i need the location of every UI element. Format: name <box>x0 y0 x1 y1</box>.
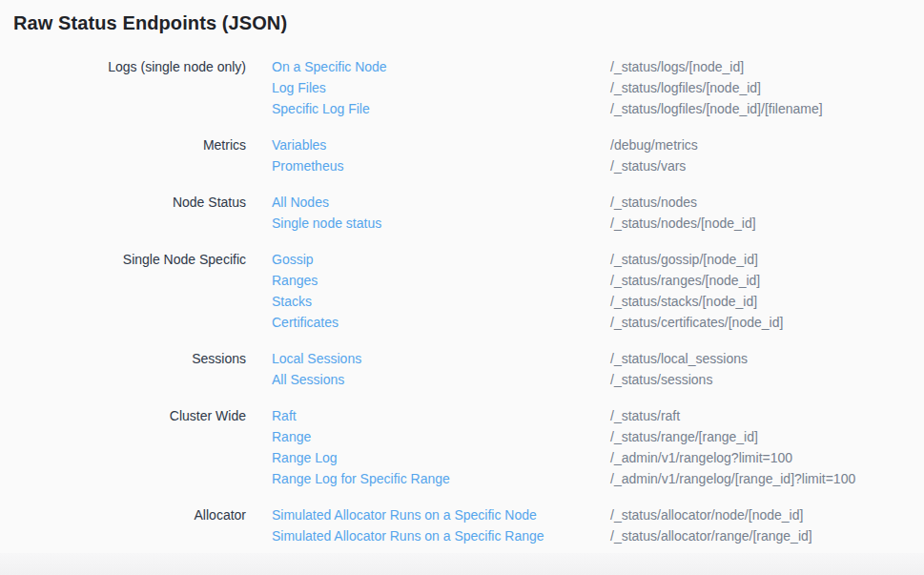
endpoint-row: On a Specific Node /_status/logs/[node_i… <box>272 56 823 77</box>
endpoint-group: Single Node Specific Gossip /_status/gos… <box>0 249 924 333</box>
category-label: Metrics <box>0 134 246 176</box>
endpoint-rows: Variables /debug/metrics Prometheus /_st… <box>272 134 698 176</box>
endpoint-link[interactable]: Local Sessions <box>272 348 610 369</box>
endpoint-path: /_status/certificates/[node_id] <box>610 312 783 333</box>
endpoint-row: Range /_status/range/[range_id] <box>272 426 855 447</box>
endpoint-path: /_status/allocator/range/[range_id] <box>610 525 812 546</box>
endpoint-path: /_status/logfiles/[node_id]/[filename] <box>610 98 823 119</box>
endpoint-link[interactable]: All Sessions <box>272 369 610 390</box>
endpoint-link[interactable]: Log Files <box>272 77 610 98</box>
endpoint-path: /_status/allocator/node/[node_id] <box>610 504 803 525</box>
endpoint-rows: All Nodes /_status/nodes Single node sta… <box>272 192 756 234</box>
endpoint-path: /_status/range/[range_id] <box>610 426 758 447</box>
page-title: Raw Status Endpoints (JSON) <box>13 11 924 34</box>
category-label: Sessions <box>0 348 246 390</box>
endpoint-row: Simulated Allocator Runs on a Specific N… <box>272 504 812 525</box>
endpoint-row: Single node status /_status/nodes/[node_… <box>272 213 756 234</box>
footer-strip <box>0 553 924 575</box>
endpoint-row: Log Files /_status/logfiles/[node_id] <box>272 77 823 98</box>
endpoint-row: Simulated Allocator Runs on a Specific R… <box>272 525 812 546</box>
endpoint-link[interactable]: On a Specific Node <box>272 56 610 77</box>
endpoint-path: /debug/metrics <box>610 134 698 155</box>
endpoint-row: Local Sessions /_status/local_sessions <box>272 348 748 369</box>
endpoint-group: Allocator Simulated Allocator Runs on a … <box>0 504 924 546</box>
endpoint-path: /_status/vars <box>610 155 686 176</box>
category-label: Node Status <box>0 192 246 234</box>
endpoint-link[interactable]: Prometheus <box>272 155 610 176</box>
endpoint-row: All Sessions /_status/sessions <box>272 369 748 390</box>
endpoint-link[interactable]: Variables <box>272 134 610 155</box>
endpoint-group: Cluster Wide Raft /_status/raft Range /_… <box>0 405 924 489</box>
endpoint-path: /_status/raft <box>610 405 680 426</box>
endpoint-row: Range Log for Specific Range /_admin/v1/… <box>272 468 855 489</box>
endpoint-link[interactable]: Stacks <box>272 291 610 312</box>
endpoint-row: Ranges /_status/ranges/[node_id] <box>272 270 783 291</box>
endpoint-path: /_status/nodes <box>610 192 697 213</box>
endpoint-rows: On a Specific Node /_status/logs/[node_i… <box>272 56 823 119</box>
endpoint-group: Node Status All Nodes /_status/nodes Sin… <box>0 192 924 234</box>
endpoint-link[interactable]: Simulated Allocator Runs on a Specific N… <box>272 504 610 525</box>
endpoint-row: Specific Log File /_status/logfiles/[nod… <box>272 98 823 119</box>
endpoint-link[interactable]: Certificates <box>272 312 610 333</box>
endpoint-group: Sessions Local Sessions /_status/local_s… <box>0 348 924 390</box>
category-label: Logs (single node only) <box>0 56 246 119</box>
category-label: Allocator <box>0 504 246 546</box>
endpoint-groups: Logs (single node only) On a Specific No… <box>0 56 924 546</box>
endpoint-link[interactable]: Single node status <box>272 213 610 234</box>
endpoint-path: /_status/stacks/[node_id] <box>610 291 757 312</box>
endpoint-path: /_status/logs/[node_id] <box>610 56 744 77</box>
endpoint-rows: Simulated Allocator Runs on a Specific N… <box>272 504 812 546</box>
endpoint-row: All Nodes /_status/nodes <box>272 192 756 213</box>
endpoint-group: Metrics Variables /debug/metrics Prometh… <box>0 134 924 176</box>
category-label: Cluster Wide <box>0 405 246 489</box>
endpoint-link[interactable]: Range <box>272 426 610 447</box>
endpoint-path: /_status/sessions <box>610 369 712 390</box>
endpoint-group: Logs (single node only) On a Specific No… <box>0 56 924 119</box>
endpoint-link[interactable]: Raft <box>272 405 610 426</box>
endpoint-path: /_admin/v1/rangelog/[range_id]?limit=100 <box>610 468 855 489</box>
endpoint-path: /_admin/v1/rangelog?limit=100 <box>610 447 792 468</box>
endpoint-row: Gossip /_status/gossip/[node_id] <box>272 249 783 270</box>
endpoint-link[interactable]: Range Log <box>272 447 610 468</box>
endpoint-path: /_status/gossip/[node_id] <box>610 249 758 270</box>
endpoint-path: /_status/logfiles/[node_id] <box>610 77 761 98</box>
endpoint-row: Range Log /_admin/v1/rangelog?limit=100 <box>272 447 855 468</box>
endpoint-row: Raft /_status/raft <box>272 405 855 426</box>
endpoint-link[interactable]: Gossip <box>272 249 610 270</box>
endpoint-link[interactable]: Simulated Allocator Runs on a Specific R… <box>272 525 610 546</box>
category-label: Single Node Specific <box>0 249 246 333</box>
endpoint-row: Stacks /_status/stacks/[node_id] <box>272 291 783 312</box>
endpoint-link[interactable]: All Nodes <box>272 192 610 213</box>
endpoint-row: Certificates /_status/certificates/[node… <box>272 312 783 333</box>
endpoint-link[interactable]: Ranges <box>272 270 610 291</box>
endpoint-link[interactable]: Specific Log File <box>272 98 610 119</box>
endpoint-path: /_status/ranges/[node_id] <box>610 270 760 291</box>
endpoint-row: Prometheus /_status/vars <box>272 155 698 176</box>
endpoint-path: /_status/nodes/[node_id] <box>610 213 756 234</box>
endpoint-rows: Local Sessions /_status/local_sessions A… <box>272 348 748 390</box>
endpoint-rows: Raft /_status/raft Range /_status/range/… <box>272 405 855 489</box>
endpoint-row: Variables /debug/metrics <box>272 134 698 155</box>
endpoint-path: /_status/local_sessions <box>610 348 748 369</box>
endpoint-rows: Gossip /_status/gossip/[node_id] Ranges … <box>272 249 783 333</box>
endpoint-link[interactable]: Range Log for Specific Range <box>272 468 610 489</box>
